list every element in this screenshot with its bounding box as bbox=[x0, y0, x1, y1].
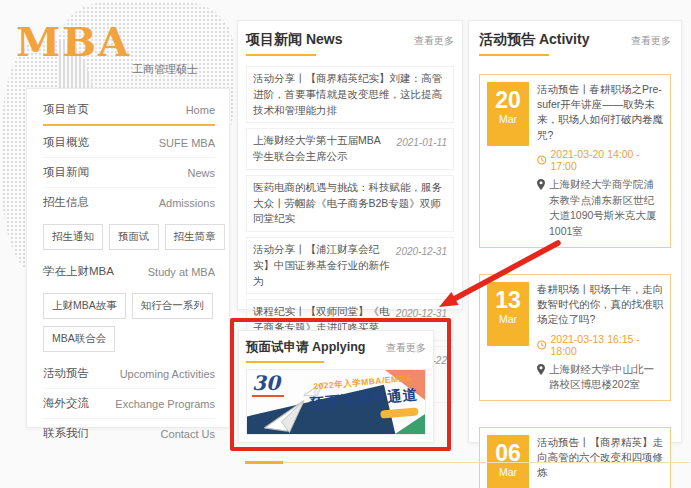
sidebar-item-news[interactable]: 项目新闻 News bbox=[43, 158, 215, 188]
event-day: 20 bbox=[487, 88, 529, 113]
event-time: 2021-03-20 14:00 - 17:00 bbox=[551, 148, 664, 172]
sidebar-item-home[interactable]: 项目首页 Home bbox=[43, 95, 215, 124]
location-pin-icon bbox=[537, 179, 545, 190]
news-list-item[interactable]: 2021-01-11 上海财经大学第十五届MBA学生联合会主席公示 bbox=[246, 128, 454, 170]
sidebar-item-contact[interactable]: 联系我们 Contact Us bbox=[43, 419, 215, 448]
news-list-item[interactable]: 活动分享丨【商界精英纪实】刘建：高管进阶，首要事情就是改变思维，这比提高技术和管… bbox=[246, 66, 454, 123]
news-panel-title: 项目新闻 News bbox=[246, 31, 342, 49]
event-month: Mar bbox=[487, 113, 529, 125]
sidebar-item-admissions[interactable]: 招生信息 Admissions bbox=[43, 188, 215, 217]
next-section-divider bbox=[245, 461, 690, 464]
activity-panel-title: 活动预告 Activity bbox=[479, 31, 589, 49]
menu-label-en: Home bbox=[186, 104, 215, 116]
title-underline bbox=[479, 54, 549, 56]
event-month: Mar bbox=[487, 466, 529, 478]
sidebar-menu: 项目首页 Home 项目概览 SUFE MBA 项目新闻 News 招生信息 A… bbox=[26, 88, 230, 428]
menu-label-en: Upcoming Activities bbox=[120, 368, 215, 380]
menu-label-zh: 招生信息 bbox=[43, 195, 89, 210]
event-card[interactable]: 06 Mar 活动预告丨【商界精英】走向高管的六个改变和四项修炼 2021-03… bbox=[479, 427, 671, 488]
study-tag-row-2: MBA联合会 bbox=[43, 326, 215, 352]
event-location: 上海财经大学中山北一路校区博思楼202室 bbox=[549, 362, 663, 394]
event-month: Mar bbox=[487, 313, 529, 325]
admission-tag-row: 招生通知 预面试 招生简章 bbox=[43, 224, 215, 250]
menu-label-en: Admissions bbox=[159, 197, 215, 209]
news-item-text: 活动分享丨【商界精英纪实】刘建：高管进阶，首要事情就是改变思维，这比提高技术和管… bbox=[253, 72, 442, 116]
news-view-more-link[interactable]: 查看更多 bbox=[414, 34, 454, 48]
menu-label-en: News bbox=[187, 167, 215, 179]
news-list-item[interactable]: 医药电商的机遇与挑战：科技赋能，服务大众丨劳帼龄《电子商务B2B专题》双师同堂纪… bbox=[246, 175, 454, 232]
study-tag-row: 上财MBA故事 知行合一系列 bbox=[43, 293, 215, 319]
sidebar-item-overview[interactable]: 项目概览 SUFE MBA bbox=[43, 128, 215, 158]
anniversary-30-badge: 30 bbox=[252, 373, 284, 397]
tag-admission-notice[interactable]: 招生通知 bbox=[43, 224, 103, 250]
news-item-date: 2020-12-31 bbox=[396, 244, 447, 259]
tag-unity-series[interactable]: 知行合一系列 bbox=[132, 293, 213, 319]
sidebar-item-study[interactable]: 学在上财MBA Study at MBA bbox=[43, 257, 215, 286]
menu-label-en: Exchange Programs bbox=[115, 398, 215, 410]
tag-admission-brochure[interactable]: 招生简章 bbox=[165, 224, 225, 250]
activity-panel: 活动预告 Activity 查看更多 20 Mar 活动预告丨春耕职场之Pre-… bbox=[468, 20, 682, 443]
news-item-date: 2021-01-11 bbox=[397, 135, 447, 150]
page: MBA 工商管理硕士 项目首页 Home 项目概览 SUFE MBA 项目新闻 … bbox=[0, 0, 691, 488]
news-list-item[interactable]: 2020-12-31 活动分享丨【浦江财享会纪实】中国证券基金行业的新作为 bbox=[246, 237, 454, 294]
logo-subtitle: 工商管理硕士 bbox=[108, 62, 198, 77]
tag-mba-stories[interactable]: 上财MBA故事 bbox=[43, 293, 126, 319]
menu-label-zh: 海外交流 bbox=[43, 396, 89, 411]
mba-logo[interactable]: MBA bbox=[16, 18, 131, 65]
event-time: 2021-03-13 16:15 - 18:00 bbox=[551, 333, 664, 357]
event-title: 春耕职场丨职场十年，走向数智时代的你，真的找准职场定位了吗? bbox=[537, 282, 663, 328]
news-item-date: 2020-12-31 bbox=[396, 306, 447, 321]
menu-label-en: Study at MBA bbox=[148, 266, 215, 278]
menu-label-zh: 学在上财MBA bbox=[43, 264, 114, 279]
menu-label-zh: 联系我们 bbox=[43, 426, 89, 441]
menu-label-zh: 活动预告 bbox=[43, 366, 89, 381]
news-item-text: 医药电商的机遇与挑战：科技赋能，服务大众丨劳帼龄《电子商务B2B专题》双师同堂纪… bbox=[253, 181, 442, 225]
pre-interview-banner[interactable]: 30 2022年入学MBA/EMBA 预面试网申通道 bbox=[246, 369, 426, 435]
applying-panel: 预面试申请 Applying 查看更多 30 2022年入学MBA/EMBA 预… bbox=[238, 330, 434, 443]
event-title: 活动预告丨春耕职场之Pre-sufer开年讲座——取势未来，职场人如何打破内卷魔… bbox=[537, 82, 663, 143]
sidebar-item-upcoming[interactable]: 活动预告 Upcoming Activities bbox=[43, 359, 215, 389]
active-item-indicator bbox=[43, 124, 215, 126]
tag-mba-federation[interactable]: MBA联合会 bbox=[43, 326, 115, 352]
divider-accent-segment bbox=[245, 461, 283, 464]
event-title: 活动预告丨【商界精英】走向高管的六个改变和四项修炼 bbox=[537, 435, 663, 481]
tag-pre-interview[interactable]: 预面试 bbox=[109, 224, 159, 250]
event-card[interactable]: 20 Mar 活动预告丨春耕职场之Pre-sufer开年讲座——取势未来，职场人… bbox=[479, 74, 671, 248]
sidebar-item-exchange[interactable]: 海外交流 Exchange Programs bbox=[43, 389, 215, 419]
activity-view-more-link[interactable]: 查看更多 bbox=[631, 34, 671, 48]
applying-view-more-link[interactable]: 查看更多 bbox=[386, 341, 426, 355]
paper-plane-icon bbox=[261, 400, 312, 435]
divider-light-segment bbox=[283, 462, 690, 463]
event-date-box: 13 Mar bbox=[487, 282, 529, 346]
news-item-text: 课程纪实丨【双师同堂】《电子商务专题》走进叮咚买菜 bbox=[253, 305, 390, 333]
event-date-box: 20 Mar bbox=[487, 82, 529, 146]
event-day: 13 bbox=[487, 288, 529, 313]
event-card[interactable]: 13 Mar 春耕职场丨职场十年，走向数智时代的你，真的找准职场定位了吗? 20… bbox=[479, 274, 671, 401]
menu-label-zh: 项目首页 bbox=[43, 102, 89, 117]
menu-label-zh: 项目概览 bbox=[43, 135, 89, 150]
clock-icon bbox=[537, 340, 547, 350]
location-pin-icon bbox=[537, 364, 545, 375]
menu-label-en: Contact Us bbox=[161, 428, 215, 440]
clock-icon bbox=[537, 155, 547, 165]
title-underline bbox=[246, 54, 316, 56]
menu-label-en: SUFE MBA bbox=[159, 137, 215, 149]
event-location: 上海财经大学商学院浦东教学点浦东新区世纪大道1090号斯米克大厦1001室 bbox=[549, 177, 663, 240]
news-item-text: 上海财经大学第十五届MBA学生联合会主席公示 bbox=[253, 134, 381, 162]
applying-panel-title: 预面试申请 Applying bbox=[246, 339, 365, 356]
news-item-text: 活动分享丨【浦江财享会纪实】中国证券基金行业的新作为 bbox=[253, 243, 390, 287]
title-underline bbox=[246, 361, 324, 363]
banner-green-triangle bbox=[395, 414, 425, 434]
news-panel: 项目新闻 News 查看更多 活动分享丨【商界精英纪实】刘建：高管进阶，首要事情… bbox=[237, 20, 463, 310]
menu-label-zh: 项目新闻 bbox=[43, 165, 89, 180]
